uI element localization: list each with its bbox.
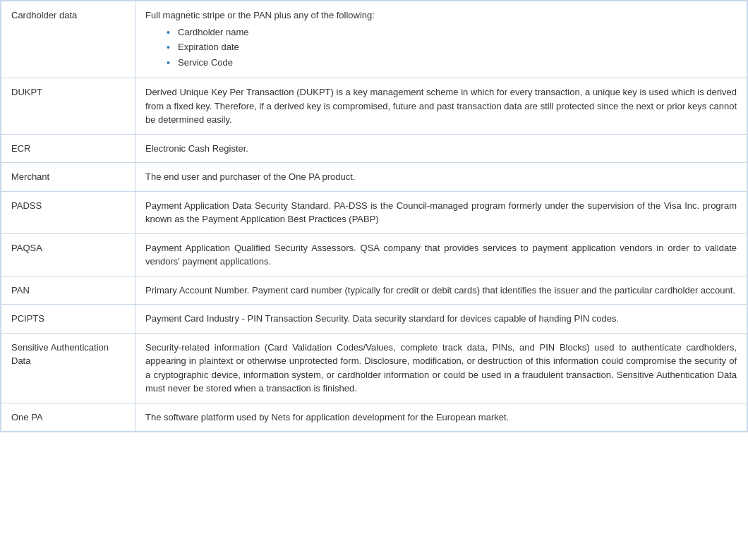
term-cell: One PA (1, 403, 135, 432)
list-item: Cardholder name (167, 25, 737, 39)
term-cell: PADSS (1, 191, 135, 233)
term-cell: PAN (1, 276, 135, 305)
definition-text: Primary Account Number. Payment card num… (135, 276, 747, 305)
definition-text: Derived Unique Key Per Transaction (DUKP… (135, 78, 747, 135)
table-row: MerchantThe end user and purchaser of th… (1, 163, 747, 192)
table-row: PANPrimary Account Number. Payment card … (1, 276, 747, 305)
glossary-table-container: Cardholder dataFull magnetic stripe or t… (0, 0, 748, 432)
term-cell: PCIPTS (1, 305, 135, 334)
term-cell: DUKPT (1, 78, 135, 135)
list-item: Service Code (167, 56, 737, 70)
definition-text: Electronic Cash Register. (135, 134, 747, 163)
term-cell: PAQSA (1, 233, 135, 276)
table-row: PAQSAPayment Application Qualified Secur… (1, 233, 747, 276)
definition-list: Cardholder nameExpiration dateService Co… (145, 25, 737, 70)
table-row: Sensitive Authentication DataSecurity-re… (1, 333, 747, 403)
term-cell: ECR (1, 134, 135, 163)
definition-intro: Full magnetic stripe or the PAN plus any… (145, 10, 375, 20)
table-row: PADSSPayment Application Data Security S… (1, 191, 747, 233)
definition-text: The software platform used by Nets for a… (135, 403, 747, 432)
table-row: DUKPTDerived Unique Key Per Transaction … (1, 78, 747, 135)
term-cell: Sensitive Authentication Data (1, 333, 135, 403)
definition-text: The end user and purchaser of the One PA… (135, 163, 747, 192)
definition-text: Payment Card Industry - PIN Transaction … (135, 305, 747, 334)
list-item: Expiration date (167, 40, 737, 54)
term-cell: Merchant (1, 163, 135, 192)
table-row: ECRElectronic Cash Register. (1, 134, 747, 163)
definition-text: Security-related information (Card Valid… (135, 333, 747, 403)
definition-cell: Full magnetic stripe or the PAN plus any… (135, 1, 747, 78)
definition-text: Payment Application Data Security Standa… (135, 191, 747, 233)
glossary-table: Cardholder dataFull magnetic stripe or t… (1, 1, 747, 432)
table-row: PCIPTSPayment Card Industry - PIN Transa… (1, 305, 747, 334)
table-row: One PAThe software platform used by Nets… (1, 403, 747, 432)
table-row: Cardholder dataFull magnetic stripe or t… (1, 1, 747, 78)
term-cell: Cardholder data (1, 1, 135, 78)
definition-text: Payment Application Qualified Security A… (135, 233, 747, 276)
